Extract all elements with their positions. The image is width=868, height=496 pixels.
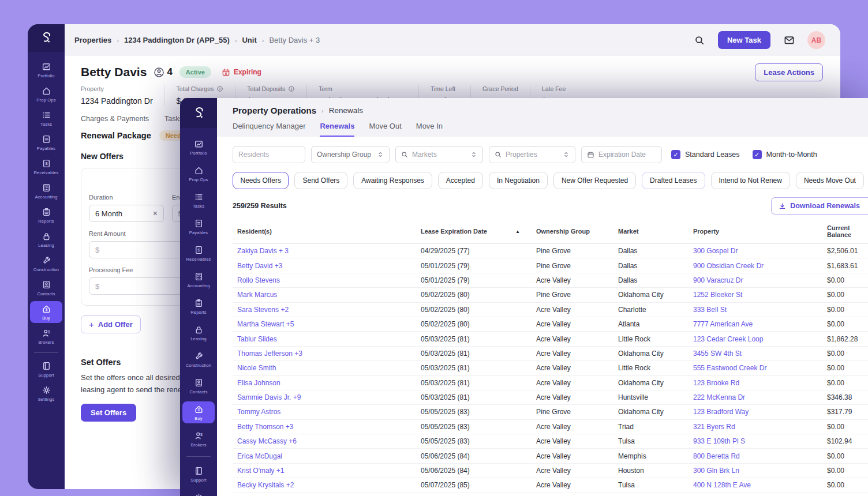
residents-input[interactable] xyxy=(233,146,305,163)
chip-new-offer-requested[interactable]: New Offer Requested xyxy=(553,172,636,189)
sidebar-item-buy[interactable]: $Buy xyxy=(182,401,215,423)
add-offer-button[interactable]: + Add Offer xyxy=(81,315,141,333)
property-link[interactable]: 1252 Bleeker St xyxy=(693,291,742,299)
chip-in-negotiation[interactable]: In Negotiation xyxy=(489,172,548,189)
resident-link[interactable]: Thomas Jefferson +3 xyxy=(237,350,302,358)
set-offers-button[interactable]: Set Offers xyxy=(81,404,136,422)
sidebar-item-buy[interactable]: $Buy xyxy=(30,301,62,323)
sidebar-item-receivables[interactable]: $Receivables xyxy=(30,156,62,178)
sidebar-item-tasks[interactable]: Tasks xyxy=(182,189,215,211)
sidebar-item-brokers[interactable]: $Brokers xyxy=(30,325,62,347)
sidebar-item-settings[interactable]: Settings xyxy=(182,490,215,496)
tab-move-in[interactable]: Move In xyxy=(416,122,443,137)
sidebar-item-leasing[interactable]: Leasing xyxy=(30,228,62,250)
property-link[interactable]: 123 Cedar Creek Loop xyxy=(693,335,763,343)
property-link[interactable]: 7777 American Ave xyxy=(693,320,753,328)
breadcrumb-item[interactable]: 1234 Paddington Dr (APP_55) xyxy=(124,36,230,44)
ownership-group-select[interactable]: Ownership Group xyxy=(311,146,390,163)
chip-awaiting-responses[interactable]: Awaiting Responses xyxy=(353,172,432,189)
sidebar-item-reports[interactable]: Reports xyxy=(182,295,215,317)
chip-accepted[interactable]: Accepted xyxy=(438,172,483,189)
sidebar-item-portfolio[interactable]: Portfolio xyxy=(182,136,215,158)
expiration-date-input[interactable]: Expiration Date xyxy=(581,146,662,163)
breadcrumb-root[interactable]: Property Operations xyxy=(233,106,316,115)
resident-link[interactable]: Betty David +3 xyxy=(237,262,282,270)
checkbox-icon[interactable]: ✓ xyxy=(671,150,680,159)
chip-intend-to-not-renew[interactable]: Intend to Not Renew xyxy=(711,172,790,189)
property-link[interactable]: 933 E 109th Pl S xyxy=(693,437,745,445)
property-link[interactable]: 300 Gln Brk Ln xyxy=(693,467,739,475)
lease-actions-button[interactable]: Lease Actions xyxy=(755,63,823,81)
sidebar-item-prop-ops[interactable]: Prop Ops xyxy=(182,163,215,185)
sidebar-item-leasing[interactable]: Leasing xyxy=(182,322,215,344)
chip-needs-offers[interactable]: Needs Offers xyxy=(233,172,289,189)
property-link[interactable]: 300 Gospel Dr xyxy=(693,247,738,255)
resident-link[interactable]: Betty Thomson +3 xyxy=(237,423,294,431)
sidebar-item-support[interactable]: Support xyxy=(30,358,62,380)
column-header-resident-s-[interactable]: Resident(s) xyxy=(233,228,416,235)
property-link[interactable]: 123 Brooke Rd xyxy=(693,379,739,387)
resident-link[interactable]: Nicole Smith xyxy=(237,364,276,372)
sidebar-item-construction[interactable]: Construction xyxy=(182,348,215,370)
tab-move-out[interactable]: Move Out xyxy=(369,122,401,137)
resident-link[interactable]: Cassy McCassy +6 xyxy=(237,437,297,445)
sidebar-item-accounting[interactable]: Accounting xyxy=(30,180,62,202)
chip-drafted-leases[interactable]: Drafted Leases xyxy=(642,172,705,189)
column-header-property[interactable]: Property xyxy=(689,228,822,235)
chip-send-offers[interactable]: Send Offers xyxy=(294,172,347,189)
column-header-current-balance[interactable]: Current Balance xyxy=(822,224,868,238)
property-link[interactable]: 555 Eastwood Creek Dr xyxy=(693,364,766,372)
column-header-ownership-group[interactable]: Ownership Group xyxy=(532,228,613,235)
property-link[interactable]: 222 McKenna Dr xyxy=(693,393,745,401)
property-link[interactable]: 333 Bell St xyxy=(693,306,727,314)
sidebar-item-brokers[interactable]: $Brokers xyxy=(182,428,215,450)
sort-asc-icon[interactable]: ▲ xyxy=(515,229,520,234)
property-link[interactable]: 3455 SW 4th St xyxy=(693,350,742,358)
column-header-market[interactable]: Market xyxy=(613,228,689,235)
sidebar-item-payables[interactable]: Payables xyxy=(182,216,215,238)
property-link[interactable]: 900 Obsidian Creek Dr xyxy=(693,262,764,270)
markets-select[interactable]: Markets xyxy=(395,146,483,163)
breadcrumb-item[interactable]: Properties xyxy=(74,36,111,44)
resident-link[interactable]: Becky Krysitals +2 xyxy=(237,481,294,489)
brand-logo[interactable] xyxy=(28,24,65,52)
new-task-button[interactable]: New Task xyxy=(718,31,770,49)
download-renewals-button[interactable]: Download Renewals xyxy=(771,197,868,215)
chip-needs-move-out[interactable]: Needs Move Out xyxy=(796,172,864,189)
resident-link[interactable]: Erica McDugal xyxy=(237,452,282,460)
resident-link[interactable]: Sara Stevens +2 xyxy=(237,306,289,314)
sidebar-item-support[interactable]: Support xyxy=(182,463,215,485)
sidebar-item-accounting[interactable]: Accounting xyxy=(182,269,215,291)
property-link[interactable]: 123 Bradford Way xyxy=(693,408,749,416)
breadcrumb-item[interactable]: Unit xyxy=(242,36,256,44)
property-link[interactable]: 800 Beretta Rd xyxy=(693,452,740,460)
sidebar-item-receivables[interactable]: $Receivables xyxy=(182,242,215,264)
properties-select[interactable]: Properties xyxy=(489,146,575,163)
sidebar-item-payables[interactable]: Payables xyxy=(30,131,62,153)
clear-icon[interactable]: × xyxy=(153,209,158,218)
tab-delinquency-manager[interactable]: Delinquency Manager xyxy=(233,122,305,137)
sidebar-item-construction[interactable]: Construction xyxy=(30,253,62,275)
avatar[interactable]: AB xyxy=(807,31,825,49)
search-button[interactable] xyxy=(690,31,709,50)
tab-renewals[interactable]: Renewals xyxy=(320,122,354,137)
property-link[interactable]: 900 Varacruz Dr xyxy=(693,276,743,284)
resident-link[interactable]: Tommy Astros xyxy=(237,408,280,416)
checkbox-standard-leases[interactable]: ✓Standard Leases xyxy=(671,150,740,159)
sidebar-item-tasks[interactable]: Tasks xyxy=(30,107,62,129)
sidebar-item-prop-ops[interactable]: Prop Ops xyxy=(30,83,62,105)
duration-select[interactable]: 6 Month × xyxy=(89,205,164,222)
tab-charges-payments[interactable]: Charges & Payments xyxy=(81,115,149,123)
sidebar-item-contacts[interactable]: Contacts xyxy=(182,375,215,397)
brand-logo[interactable] xyxy=(180,98,217,128)
resident-link[interactable]: Mark Marcus xyxy=(237,291,277,299)
resident-link[interactable]: Rollo Stevens xyxy=(237,276,280,284)
sidebar-item-portfolio[interactable]: Portfolio xyxy=(30,59,62,81)
checkbox-month-to-month[interactable]: ✓Month-to-Month xyxy=(753,150,817,159)
resident-link[interactable]: Elisa Johnson xyxy=(237,379,280,387)
column-header-lease-expiration-date[interactable]: Lease Expiration Date▲ xyxy=(416,228,532,235)
property-link[interactable]: 400 N 128th E Ave xyxy=(693,481,751,489)
mail-button[interactable] xyxy=(780,31,798,50)
sidebar-item-settings[interactable]: Settings xyxy=(30,382,62,404)
sidebar-item-contacts[interactable]: Contacts xyxy=(30,277,62,299)
